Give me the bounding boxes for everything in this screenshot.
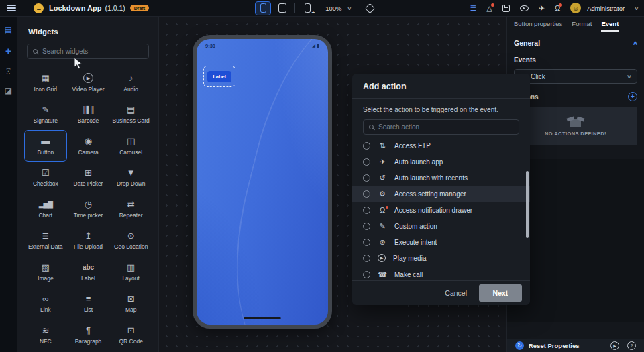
- widget-item-qr-code[interactable]: ⊡QR Code: [109, 319, 152, 351]
- chevron-down-icon[interactable]: ∨: [634, 5, 639, 11]
- modal-title: Add action: [352, 74, 530, 99]
- avatar[interactable]: ☺: [570, 3, 581, 13]
- run-icon[interactable]: ▶: [610, 341, 619, 350]
- pages-icon[interactable]: ▤: [5, 26, 12, 34]
- widget-item-geo-location[interactable]: ⊙Geo Location: [109, 225, 152, 256]
- preview-icon[interactable]: [520, 5, 529, 11]
- action-label: Make call: [394, 271, 423, 278]
- event-dropdown[interactable]: On Click ∨: [514, 69, 637, 84]
- publish-icon[interactable]: ✈: [539, 5, 545, 12]
- widget-item-image[interactable]: ▧Image: [24, 256, 67, 288]
- widget-item-paragraph[interactable]: ¶Paragraph: [67, 319, 110, 351]
- add-screen-icon[interactable]: +: [5, 46, 11, 56]
- intent-icon: ⊛: [378, 239, 387, 246]
- radio-button[interactable]: [363, 158, 370, 166]
- modal-scrollbar[interactable]: [526, 171, 529, 238]
- action-row-custom-action[interactable]: ✎Custom action: [352, 218, 530, 234]
- widget-item-nfc[interactable]: ≋NFC: [24, 319, 67, 351]
- chevron-down-icon: ∨: [347, 5, 352, 11]
- selected-widget-outline[interactable]: Label: [203, 66, 235, 87]
- radio-button[interactable]: [363, 271, 370, 278]
- outline-icon[interactable]: ≣: [470, 4, 476, 12]
- add-action-modal: Add action Select the action to be trigg…: [352, 74, 530, 305]
- device-add-button[interactable]: +: [299, 1, 315, 15]
- add-action-button[interactable]: +: [628, 92, 637, 101]
- widget-item-drop-down[interactable]: ▼Drop Down: [109, 162, 152, 193]
- widget-item-business-card[interactable]: ▤Business Card: [109, 99, 152, 130]
- radio-button[interactable]: [363, 174, 370, 182]
- zoom-control[interactable]: 100% ∨: [325, 5, 352, 12]
- tab-button-properties[interactable]: Button properties: [514, 17, 562, 32]
- zoom-value: 100%: [325, 5, 341, 12]
- reset-icon[interactable]: ↻: [515, 341, 524, 350]
- widget-label: Video Player: [72, 86, 104, 93]
- search-widgets-input[interactable]: [42, 48, 143, 55]
- widget-item-button[interactable]: ▬Button: [24, 130, 67, 162]
- radio-button[interactable]: [363, 223, 370, 230]
- radio-button[interactable]: [363, 190, 370, 198]
- widget-item-map[interactable]: ⊠Map: [109, 288, 152, 319]
- widget-item-link[interactable]: ∞Link: [24, 288, 67, 319]
- action-row-access-setting-manager[interactable]: ⚙Access setting manager: [352, 186, 530, 202]
- external-data-icon: ≣: [42, 231, 49, 241]
- empty-state-text: NO ACTIONS DEFINED!: [545, 131, 606, 137]
- time-picker-icon: ◷: [85, 200, 92, 209]
- save-icon[interactable]: [502, 5, 510, 12]
- device-tablet-button[interactable]: [274, 1, 290, 15]
- widget-item-checkbox[interactable]: ☑Checkbox: [24, 162, 67, 193]
- radio-button[interactable]: [363, 142, 370, 150]
- menu-icon[interactable]: [7, 5, 16, 11]
- cancel-button[interactable]: Cancel: [445, 289, 467, 297]
- widget-item-date-picker[interactable]: ⊞Date Picker: [67, 162, 110, 193]
- widget-item-icon-grid[interactable]: ▦Icon Grid: [24, 67, 67, 99]
- action-row-auto-launch-app[interactable]: ✈Auto launch app: [352, 154, 530, 170]
- help-icon[interactable]: ?: [627, 341, 636, 350]
- action-row-access-ftp[interactable]: ⇅Access FTP: [352, 137, 530, 154]
- label-button[interactable]: Label: [207, 71, 231, 82]
- widget-label: Drop Down: [117, 180, 146, 187]
- notifications-icon[interactable]: Ω: [555, 5, 560, 12]
- general-section-header[interactable]: General ∨: [514, 39, 637, 47]
- top-toolbar: Lockdown App (1.0.1) Draft + 100% ∨ ≣ △ …: [0, 0, 644, 17]
- widget-label: QR Code: [119, 338, 142, 345]
- widget-label: Camera: [78, 149, 98, 156]
- widget-item-file-upload[interactable]: ↥File Upload: [67, 225, 110, 256]
- widget-item-barcode[interactable]: ║▌║Barcode: [67, 99, 110, 130]
- widget-label: Business Card: [113, 117, 150, 124]
- widget-item-carousel[interactable]: ◫Carousel: [109, 130, 152, 162]
- widget-item-layout[interactable]: ▥Layout: [109, 256, 152, 288]
- widget-item-label[interactable]: abcLabel: [67, 256, 110, 288]
- widget-item-audio[interactable]: ♪Audio: [109, 67, 152, 99]
- rotate-device-icon[interactable]: [365, 3, 376, 13]
- action-row-play-media[interactable]: ▶Play media: [352, 250, 530, 266]
- media-library-icon[interactable]: ◪: [5, 86, 12, 95]
- radio-button[interactable]: [363, 255, 370, 262]
- device-phone-button[interactable]: [255, 1, 271, 15]
- status-icons: ◢: [312, 43, 319, 48]
- widget-item-video-player[interactable]: ▶Video Player: [67, 67, 110, 99]
- widget-item-list[interactable]: ≡List: [67, 288, 110, 319]
- radio-button[interactable]: [363, 239, 370, 246]
- action-row-execute-intent[interactable]: ⊛Execute intent: [352, 234, 530, 250]
- widgets-panel-title: Widgets: [28, 27, 158, 36]
- action-row-make-call[interactable]: ☎Make call: [352, 266, 530, 280]
- warning-icon[interactable]: △: [486, 5, 492, 12]
- events-label: Events: [514, 56, 637, 64]
- action-row-access-notification-drawer[interactable]: ΩAccess notification drawer: [352, 202, 530, 218]
- widget-item-repeater[interactable]: ⇄Repeater: [109, 193, 152, 225]
- phone-screen[interactable]: 9:30 ◢ Label: [197, 39, 328, 325]
- action-row-auto-launch-with-recents[interactable]: ↺Auto launch with recents: [352, 170, 530, 186]
- widget-item-time-picker[interactable]: ◷Time picker: [67, 193, 110, 225]
- widget-item-signature[interactable]: ✎Signature: [24, 99, 67, 130]
- next-button[interactable]: Next: [479, 284, 522, 302]
- widget-item-chart[interactable]: ▂▅▇Chart: [24, 193, 67, 225]
- workflow-icon[interactable]: ▭ ∴: [6, 67, 11, 75]
- tab-format[interactable]: Format: [572, 17, 592, 32]
- notification-icon: Ω: [378, 207, 387, 214]
- radio-button[interactable]: [363, 207, 370, 214]
- widget-item-external-data[interactable]: ≣External Data: [24, 225, 67, 256]
- reset-label[interactable]: Reset Properties: [529, 342, 580, 349]
- tab-event[interactable]: Event: [601, 17, 619, 32]
- search-action-input[interactable]: [378, 123, 513, 131]
- widget-item-camera[interactable]: ◉Camera: [67, 130, 110, 162]
